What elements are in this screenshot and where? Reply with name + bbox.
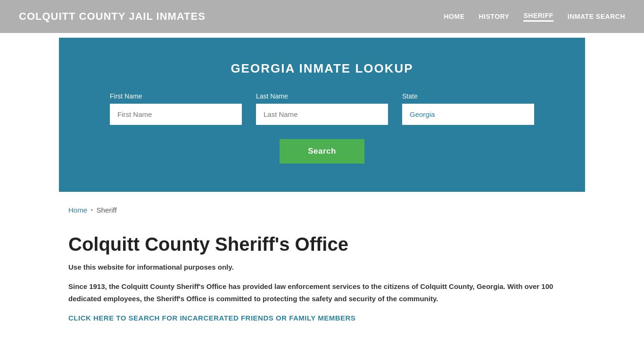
breadcrumb-home-link[interactable]: Home: [68, 206, 87, 214]
banner-title: GEORGIA INMATE LOOKUP: [78, 61, 566, 76]
inmate-search-form: First Name Last Name State Search: [78, 92, 566, 164]
nav-history[interactable]: HISTORY: [479, 13, 510, 20]
nav-home[interactable]: HOME: [444, 13, 465, 20]
last-name-label: Last Name: [256, 92, 388, 100]
last-name-group: Last Name: [256, 92, 388, 125]
site-header: COLQUITT COUNTY JAIL INMATES HOME HISTOR…: [0, 0, 644, 33]
form-fields-row: First Name Last Name State: [78, 92, 566, 125]
first-name-label: First Name: [110, 92, 242, 100]
page-heading: Colquitt County Sheriff's Office: [68, 233, 576, 255]
first-name-group: First Name: [110, 92, 242, 125]
description-text: Since 1913, the Colquitt County Sheriff'…: [68, 280, 563, 304]
search-banner: GEORGIA INMATE LOOKUP First Name Last Na…: [59, 38, 585, 192]
nav-inmate-search[interactable]: INMATE SEARCH: [568, 13, 625, 20]
main-content: Home • Sheriff Colquitt County Sheriff's…: [0, 192, 644, 337]
state-group: State: [402, 92, 534, 125]
state-label: State: [402, 92, 534, 100]
nav-sheriff[interactable]: SHERIFF: [523, 12, 553, 22]
state-input[interactable]: [402, 104, 534, 125]
disclaimer-text: Use this website for informational purpo…: [68, 263, 576, 271]
first-name-input[interactable]: [110, 104, 242, 125]
cta-link[interactable]: CLICK HERE to Search for Incarcerated Fr…: [68, 314, 355, 322]
breadcrumb-current: Sheriff: [97, 206, 117, 214]
site-title: COLQUITT COUNTY JAIL INMATES: [19, 10, 206, 23]
breadcrumb-separator: •: [91, 207, 93, 213]
breadcrumb: Home • Sheriff: [68, 206, 576, 214]
search-button[interactable]: Search: [280, 139, 364, 164]
last-name-input[interactable]: [256, 104, 388, 125]
main-nav: HOME HISTORY SHERIFF INMATE SEARCH: [444, 12, 626, 22]
